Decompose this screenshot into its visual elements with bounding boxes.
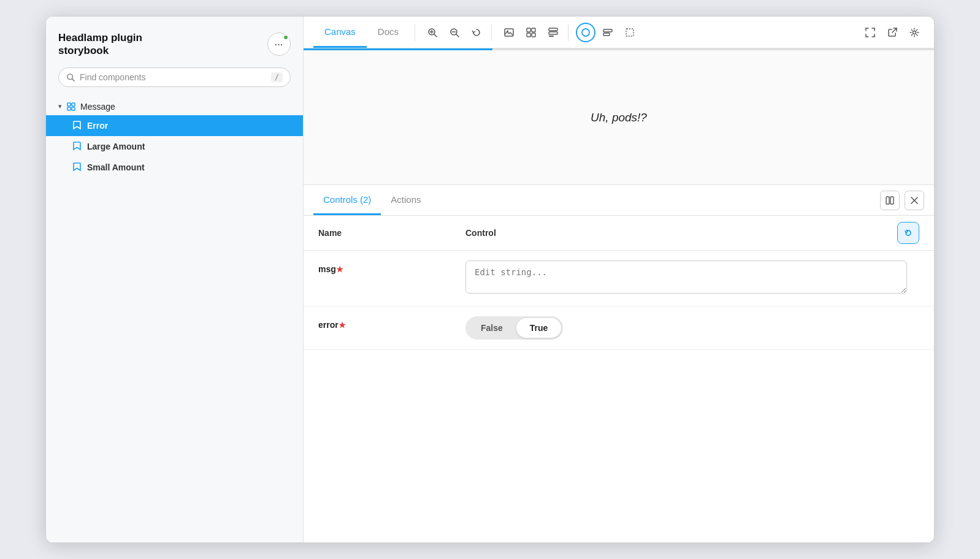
chevron-down-icon: ▾ [58, 102, 62, 110]
toolbar: Canvas Docs [304, 17, 934, 48]
control-msg [465, 260, 919, 296]
tab-canvas[interactable]: Canvas [313, 17, 367, 48]
bool-option-true[interactable]: True [516, 318, 562, 338]
control-error: False True [465, 316, 919, 340]
svg-rect-29 [890, 197, 894, 204]
zoom-out-icon [450, 28, 459, 37]
toolbar-tabs: Canvas Docs [313, 17, 410, 48]
required-indicator-msg: ★ [336, 265, 343, 274]
svg-line-7 [434, 34, 437, 37]
search-shortcut-key: / [271, 72, 283, 82]
sidebar: Headlamp plugin storybook ··· Find compo… [46, 17, 304, 542]
svg-rect-24 [603, 33, 610, 36]
svg-rect-3 [72, 103, 75, 106]
table-row-msg: msg★ [304, 251, 934, 306]
sidebar-item-small-amount[interactable]: Small Amount [46, 157, 303, 178]
svg-rect-2 [67, 103, 71, 106]
external-link-button[interactable] [882, 23, 902, 42]
zoom-out-button[interactable] [445, 23, 464, 42]
canvas-area: Uh, pods!? [304, 50, 934, 185]
msg-input[interactable] [465, 260, 907, 294]
search-placeholder-text: Find components [80, 72, 266, 82]
field-name-msg: msg★ [318, 260, 465, 274]
zoom-in-icon [427, 28, 437, 37]
table-row-error: error★ False True [304, 306, 934, 350]
toolbar-divider-1 [415, 24, 415, 41]
search-container: Find components / [46, 67, 303, 98]
sidebar-header: Headlamp plugin storybook ··· [46, 17, 303, 67]
bookmark-icon-small-amount [73, 162, 81, 172]
settings-button[interactable] [905, 23, 924, 42]
status-indicator [283, 34, 289, 40]
controls-tabs: Controls (2) Actions [313, 185, 431, 215]
close-panel-button[interactable] [905, 191, 924, 210]
list-view-button[interactable] [543, 23, 563, 42]
zoom-reset-button[interactable] [467, 23, 486, 42]
nav-group-message[interactable]: ▾ Message [46, 98, 303, 115]
tab-actions[interactable]: Actions [381, 185, 431, 215]
svg-point-27 [913, 31, 916, 34]
bookmark-icon-large-amount [73, 142, 81, 151]
search-box[interactable]: Find components / [58, 67, 291, 87]
svg-line-1 [72, 78, 75, 81]
toolbar-view-icons [423, 23, 486, 42]
frame-icon [625, 28, 635, 37]
split-view-icon [886, 196, 894, 205]
bookmark-icon-error [73, 121, 81, 130]
image-view-button[interactable] [499, 23, 519, 42]
image-icon [504, 28, 514, 37]
circle-icon [581, 28, 591, 37]
grid-view-button[interactable] [521, 23, 541, 42]
toolbar-divider-3 [568, 24, 568, 41]
table-header-row: Name Control [304, 216, 934, 251]
toolbar-shape-icons [576, 23, 640, 42]
svg-rect-28 [886, 197, 889, 204]
controls-table: Name Control msg★ [304, 216, 934, 542]
external-link-icon [887, 28, 897, 37]
svg-rect-5 [72, 107, 75, 110]
reset-controls-button[interactable] [897, 222, 919, 244]
bool-toggle-error: False True [465, 316, 563, 340]
grid-icon [526, 28, 536, 37]
circle-view-button[interactable] [576, 23, 595, 42]
split-view-button[interactable] [880, 191, 900, 210]
svg-rect-20 [549, 32, 557, 34]
controls-header-icons [880, 191, 924, 210]
toolbar-divider-2 [491, 24, 492, 41]
svg-rect-25 [626, 29, 634, 36]
table-header-name: Name [318, 228, 465, 238]
sidebar-item-large-amount[interactable]: Large Amount [46, 136, 303, 157]
timeline-button[interactable] [598, 23, 618, 42]
svg-rect-19 [549, 28, 557, 31]
nav-section: ▾ Message Error [46, 98, 303, 178]
svg-rect-4 [67, 107, 71, 110]
canvas-content-text: Uh, pods!? [591, 111, 647, 124]
search-icon [66, 73, 75, 82]
svg-line-11 [456, 34, 459, 37]
svg-rect-15 [527, 28, 530, 32]
bool-option-false[interactable]: False [467, 318, 516, 338]
zoom-in-button[interactable] [423, 23, 442, 42]
nav-item-label-error: Error [87, 121, 108, 131]
fullscreen-button[interactable] [860, 23, 880, 42]
list-icon [548, 28, 558, 37]
tab-docs[interactable]: Docs [367, 17, 410, 48]
svg-rect-21 [549, 36, 554, 37]
frame-button[interactable] [620, 23, 640, 42]
controls-header: Controls (2) Actions [304, 185, 934, 216]
svg-rect-17 [527, 33, 530, 37]
zoom-reset-icon [472, 28, 481, 37]
more-options-button[interactable]: ··· [267, 32, 291, 56]
settings-icon [909, 28, 919, 37]
required-indicator-error: ★ [339, 321, 346, 330]
field-name-error: error★ [318, 316, 465, 330]
svg-point-22 [582, 29, 589, 36]
tab-controls[interactable]: Controls (2) [313, 185, 381, 215]
svg-line-26 [892, 28, 897, 32]
reset-arrow-icon [903, 228, 913, 238]
svg-rect-18 [532, 33, 535, 37]
group-grid-icon [67, 102, 75, 111]
svg-rect-23 [603, 29, 612, 32]
main-content: Canvas Docs [304, 17, 934, 542]
sidebar-item-error[interactable]: Error [46, 115, 303, 136]
